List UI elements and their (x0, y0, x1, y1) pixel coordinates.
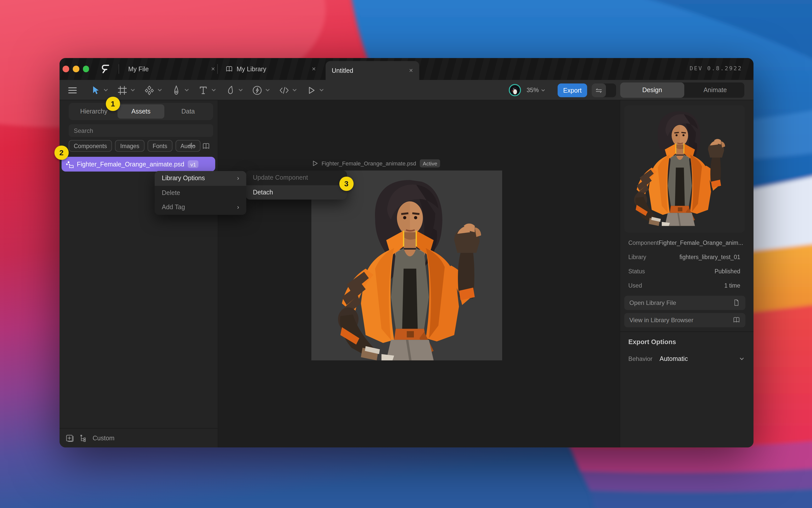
button-label: Open Library File (629, 299, 676, 306)
property-row: Used 1 time (628, 279, 740, 293)
filter-components[interactable]: Components (69, 140, 112, 152)
zoom-window-button[interactable] (83, 66, 89, 72)
close-tab-icon[interactable]: ✕ (211, 66, 215, 72)
property-value: Published (715, 268, 740, 274)
file-icon (733, 299, 740, 307)
lightning-icon (252, 85, 263, 95)
property-value: fighters_library_test_01 (679, 254, 740, 260)
chevron-down-icon[interactable] (238, 88, 243, 92)
chevron-down-icon (541, 88, 545, 92)
panel-toggle[interactable] (592, 83, 616, 97)
shapes-tool[interactable] (144, 85, 162, 95)
context-menu: Library Options › Delete Add Tag › (155, 171, 246, 215)
zoom-level-value: 35% (527, 87, 539, 94)
menu-item-label: Update Component (253, 174, 308, 181)
text-icon (198, 85, 209, 95)
chevron-down-icon[interactable] (211, 88, 216, 92)
asset-item-selected[interactable]: Fighter_Female_Orange_animate.psd v1 (61, 157, 215, 172)
chevron-down-icon[interactable] (157, 88, 162, 92)
menu-item-update-component[interactable]: Update Component (246, 171, 347, 185)
fighter-character-thumbnail (624, 105, 745, 232)
tab-animate[interactable]: Animate (684, 82, 746, 98)
submenu-arrow-icon: › (237, 175, 239, 182)
paint-tool[interactable] (225, 85, 243, 95)
menu-item-add-tag[interactable]: Add Tag › (155, 200, 246, 215)
menu-item-detach[interactable]: Detach (246, 185, 347, 200)
filter-fonts[interactable]: Fonts (147, 140, 173, 152)
chevron-down-icon[interactable] (184, 88, 189, 92)
menu-item-label: Delete (162, 189, 180, 197)
open-library-file-button[interactable]: Open Library File (624, 296, 746, 310)
property-value: Fighter_Female_Orange_anim... (659, 240, 743, 246)
mode-switch: Design Animate (620, 82, 744, 98)
pen-icon (171, 85, 182, 95)
button-label: View in Library Browser (629, 316, 693, 324)
artboard-label-row[interactable]: Fighter_Female_Orange_animate.psd Active (312, 159, 440, 168)
book-icon (733, 316, 740, 324)
tab-divider (119, 64, 119, 74)
cursor-icon (90, 85, 101, 95)
tab-design[interactable]: Design (620, 82, 684, 98)
filter-images[interactable]: Images (115, 140, 144, 152)
property-row: Component Fighter_Female_Orange_anim... (628, 236, 740, 250)
library-browser-icon[interactable] (202, 142, 210, 150)
chevron-down-icon[interactable] (130, 88, 135, 92)
asset-version-badge: v1 (188, 160, 198, 168)
chevron-down-icon[interactable] (103, 88, 108, 92)
artboard-title: Fighter_Female_Orange_animate.psd (322, 160, 416, 166)
submenu-arrow-icon: › (237, 204, 239, 211)
minimize-window-button[interactable] (73, 66, 79, 72)
swap-arrows-icon (595, 87, 602, 93)
custom-section-label[interactable]: Custom (93, 434, 115, 441)
dev-version-label: DEV 0.8.2922 (690, 65, 742, 72)
code-icon (279, 85, 289, 95)
play-tool[interactable] (306, 85, 324, 95)
play-outline-icon[interactable] (312, 160, 318, 166)
tab-untitled[interactable]: Untitled ✕ (326, 61, 419, 80)
export-options-heading: Export Options (628, 338, 676, 346)
events-tool[interactable] (252, 85, 270, 95)
zoom-level-control[interactable]: 35% (527, 80, 545, 100)
view-in-library-browser-button[interactable]: View in Library Browser (624, 313, 746, 327)
export-button[interactable]: Export (557, 83, 587, 97)
search-input[interactable] (69, 124, 213, 137)
hamburger-menu-icon[interactable] (67, 85, 78, 95)
select-tool[interactable] (90, 85, 108, 95)
tab-data[interactable]: Data (165, 104, 212, 119)
tab-assets[interactable]: Assets (117, 104, 164, 119)
close-tab-icon[interactable]: ✕ (312, 66, 316, 72)
chevron-down-icon[interactable] (292, 88, 297, 92)
behavior-dropdown[interactable]: Behavior Automatic (628, 353, 744, 365)
tab-my-library[interactable]: My Library ✕ (225, 58, 316, 80)
menu-item-delete[interactable]: Delete (155, 185, 246, 200)
tab-label: My Library (236, 66, 266, 73)
shapes-icon (144, 85, 155, 95)
user-avatar[interactable] (509, 84, 521, 96)
property-label: Library (628, 254, 646, 260)
annotation-badge-1: 1 (106, 97, 120, 111)
canvas[interactable]: Fighter_Female_Orange_animate.psd Active (218, 100, 620, 448)
chevron-down-icon (739, 357, 744, 361)
property-label: Used (628, 283, 642, 289)
code-tool[interactable] (279, 85, 297, 95)
add-asset-icon[interactable] (188, 142, 195, 150)
book-icon (225, 65, 233, 73)
close-tab-icon[interactable]: ✕ (409, 68, 413, 73)
property-label: Status (628, 268, 645, 274)
close-window-button[interactable] (62, 66, 69, 72)
menu-item-library-options[interactable]: Library Options › (155, 171, 246, 185)
artboard-tool[interactable] (117, 85, 135, 95)
text-tool[interactable] (198, 85, 216, 95)
divider (620, 331, 754, 332)
tab-my-file[interactable]: My File ✕ (125, 58, 215, 80)
sidebar-footer: Custom (59, 428, 218, 448)
chevron-down-icon[interactable] (319, 88, 324, 92)
chevron-down-icon[interactable] (265, 88, 270, 92)
pen-tool[interactable] (171, 85, 189, 95)
property-row: Status Published (628, 264, 740, 279)
behavior-value: Automatic (660, 355, 688, 363)
component-library-icon (65, 160, 74, 168)
add-custom-asset-icon[interactable] (65, 434, 74, 442)
behavior-label: Behavior (628, 355, 652, 363)
library-options-submenu: Update Component Detach (246, 171, 347, 200)
